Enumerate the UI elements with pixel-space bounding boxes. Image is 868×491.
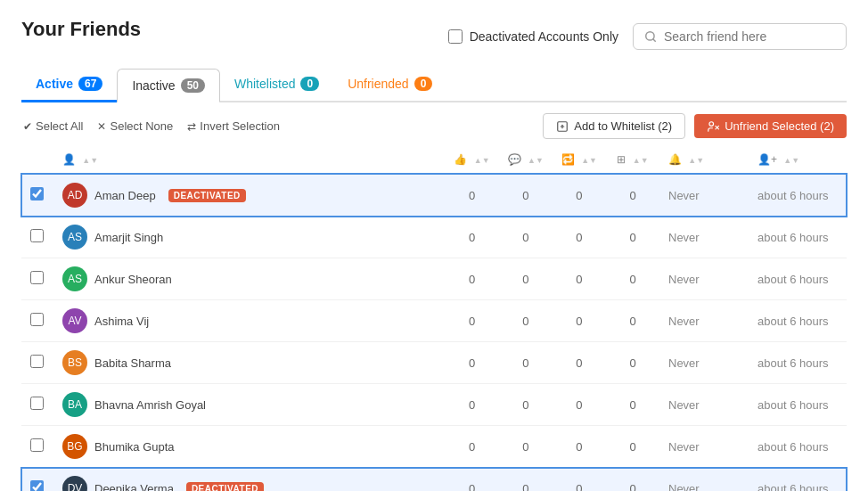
tab-unfriended[interactable]: Unfriended 0 [333,68,446,102]
col-joined[interactable]: 👤+ ▲▼ [749,146,847,174]
svg-point-5 [709,121,714,126]
last-seen-cell: Never [659,300,749,342]
table-row: AS Amarjit Singh 0 0 0 0 Never about 6 h… [21,217,847,258]
grid-cell: 0 [606,384,659,426]
avatar: AV [62,308,87,333]
row-checkbox[interactable] [30,397,44,410]
col-user-sort: ▲▼ [82,157,98,165]
search-input[interactable] [664,29,835,44]
user-name: Ankur Sheoran [94,273,172,286]
table-row: BG Bhumika Gupta 0 0 0 0 Never about 6 h… [21,426,847,468]
avatar: AS [62,266,87,291]
col-comments-sort: ▲▼ [528,157,544,165]
joined-cell: about 6 hours [749,300,847,342]
deactivated-badge: DEACTIVATED [186,482,264,492]
table-row: AS Ankur Sheoran 0 0 0 0 Never about 6 h… [21,258,847,300]
last-seen-cell: Never [659,174,749,217]
user-name: Deepika Verma [94,482,174,492]
retweets-cell: 0 [553,426,606,468]
row-checkbox-cell[interactable] [21,300,53,342]
retweets-cell: 0 [553,300,606,342]
last-seen-cell: Never [659,468,749,492]
table-row: BS Babita Sharma 0 0 0 0 Never about 6 h… [21,342,847,384]
col-bell[interactable]: 🔔 ▲▼ [659,146,749,174]
page-title: Your Friends [21,18,141,41]
comments-cell: 0 [499,468,553,492]
row-checkbox[interactable] [30,438,44,452]
user-name: Babita Sharma [94,356,171,370]
comments-cell: 0 [499,384,553,426]
joined-cell: about 6 hours [749,426,847,468]
comments-cell: 0 [499,342,553,384]
comments-cell: 0 [499,258,553,300]
row-checkbox-cell[interactable] [21,174,53,217]
comments-cell: 0 [499,174,553,217]
col-retweets-sort: ▲▼ [581,157,597,165]
user-name: Bhavna Amrish Goyal [94,398,206,412]
thumbs-cell: 0 [445,174,498,217]
tab-whitelisted-label: Whitelisted [234,77,295,91]
last-seen-cell: Never [659,258,749,300]
table-row: AD Aman Deep DEACTIVATED 0 0 0 0 Never a… [21,174,847,217]
unfriend-selected-button[interactable]: Unfriend Selected (2) [694,114,847,138]
col-retweets[interactable]: 🔁 ▲▼ [553,146,606,174]
select-all-button[interactable]: ✔ Select All [21,116,85,136]
row-checkbox[interactable] [30,355,44,368]
toolbar: ✔ Select All ✕ Select None ⇄ Invert Sele… [21,113,847,139]
col-checkbox [21,146,53,174]
tab-inactive[interactable]: Inactive 50 [117,69,220,102]
col-comments[interactable]: 💬 ▲▼ [499,146,553,174]
user-cell: BG Bhumika Gupta [53,426,445,468]
retweets-cell: 0 [553,342,606,384]
row-checkbox-cell[interactable] [21,217,53,258]
search-box [633,23,847,50]
row-checkbox[interactable] [30,271,44,284]
deactivated-label: Deactivated Accounts Only [470,29,618,44]
col-bell-sort: ▲▼ [688,157,704,165]
add-to-whitelist-button[interactable]: Add to Whitelist (2) [543,113,685,139]
joined-cell: about 6 hours [749,174,847,217]
row-checkbox[interactable] [30,480,44,491]
col-user-icon: 👤 [62,153,76,166]
unfriend-label: Unfriend Selected (2) [725,119,834,133]
thumbs-cell: 0 [445,426,498,468]
invert-selection-button[interactable]: ⇄ Invert Selection [185,116,282,136]
col-user[interactable]: 👤 ▲▼ [53,146,445,174]
deactivated-checkbox[interactable] [448,29,463,44]
row-checkbox-cell[interactable] [21,384,53,426]
grid-cell: 0 [606,258,659,300]
avatar: BG [62,434,87,459]
tab-whitelisted[interactable]: Whitelisted 0 [220,68,333,102]
row-checkbox-cell[interactable] [21,426,53,468]
col-grid[interactable]: ⊞ ▲▼ [606,146,659,174]
tabs-bar: Active 67 Inactive 50 Whitelisted 0 Unfr… [21,68,847,102]
grid-cell: 0 [606,300,659,342]
joined-cell: about 6 hours [749,342,847,384]
page-container: Your Friends Deactivated Accounts Only A… [0,0,868,491]
deactivated-badge: DEACTIVATED [168,189,246,202]
table-row: AV Ashima Vij 0 0 0 0 Never about 6 hour… [21,300,847,342]
row-checkbox-cell[interactable] [21,258,53,300]
invert-selection-label: Invert Selection [200,119,280,133]
user-cell: AS Amarjit Singh [53,217,445,258]
select-none-label: Select None [110,119,173,133]
thumbs-cell: 0 [445,300,498,342]
row-checkbox-cell[interactable] [21,468,53,492]
joined-cell: about 6 hours [749,217,847,258]
col-thumbs[interactable]: 👍 ▲▼ [445,146,498,174]
row-checkbox-cell[interactable] [21,342,53,384]
tab-active-label: Active [36,77,73,91]
grid-cell: 0 [606,217,659,258]
row-checkbox[interactable] [30,313,44,326]
tab-unfriended-label: Unfriended [348,77,409,91]
table-body: AD Aman Deep DEACTIVATED 0 0 0 0 Never a… [21,174,847,491]
toolbar-right: Add to Whitelist (2) Unfriend Selected (… [543,113,847,139]
row-checkbox[interactable] [30,187,44,200]
comments-cell: 0 [499,217,553,258]
row-checkbox[interactable] [30,229,44,242]
comments-cell: 0 [499,426,553,468]
deactivated-accounts-filter[interactable]: Deactivated Accounts Only [448,29,618,44]
select-none-button[interactable]: ✕ Select None [95,116,175,136]
tab-active[interactable]: Active 67 [21,68,117,102]
grid-cell: 0 [606,342,659,384]
